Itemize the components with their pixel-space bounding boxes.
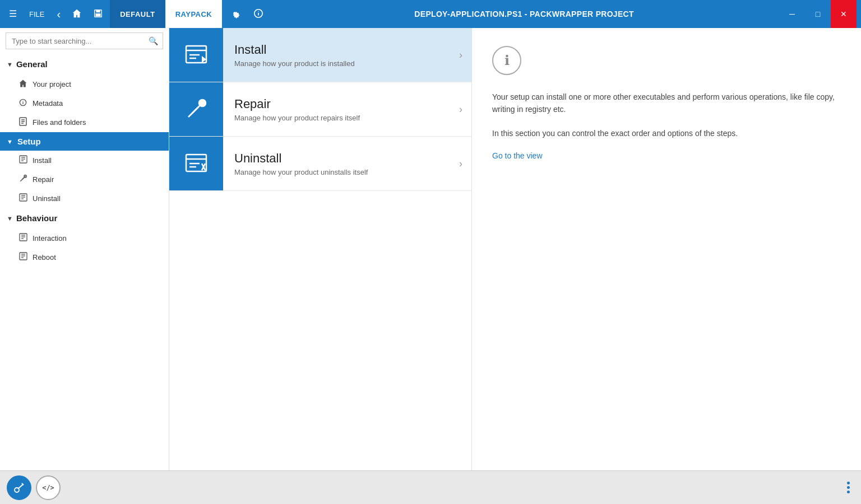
sidebar-section-behaviour-label: Behaviour	[16, 213, 57, 223]
svg-point-48	[15, 488, 19, 492]
sidebar-item-install[interactable]: Install	[0, 151, 169, 170]
uninstall-card-title: Uninstall	[234, 151, 448, 166]
sidebar-item-metadata-label: Metadata	[33, 99, 63, 108]
sidebar-section-setup-label: Setup	[17, 137, 41, 146]
bottom-bar: </>	[0, 470, 861, 504]
svg-point-8	[22, 101, 23, 101]
svg-point-5	[258, 11, 259, 12]
uninstall-card[interactable]: Uninstall Manage how your product uninst…	[169, 137, 471, 191]
dot-1	[847, 482, 850, 484]
sidebar-item-reboot[interactable]: Reboot	[0, 248, 169, 267]
install-icon	[18, 155, 28, 165]
sidebar-section-setup[interactable]: ▼ Setup	[0, 132, 169, 151]
repair-card-icon	[169, 82, 223, 136]
install-card-icon	[169, 28, 223, 82]
minimize-button[interactable]: ─	[779, 0, 805, 28]
sidebar-item-files-and-folders[interactable]: Files and folders	[0, 113, 169, 132]
search-box: 🔍	[6, 32, 163, 49]
uninstall-icon	[18, 193, 28, 203]
svg-line-49	[18, 484, 23, 488]
uninstall-card-desc: Manage how your product uninstalls itsel…	[234, 168, 448, 176]
files-icon	[18, 117, 28, 128]
sidebar-item-install-label: Install	[33, 156, 52, 165]
repair-icon	[18, 174, 28, 184]
uninstall-card-text: Uninstall Manage how your product uninst…	[223, 142, 459, 185]
more-options-dots[interactable]	[847, 482, 854, 493]
install-card-text: Install Manage how your product is insta…	[223, 34, 459, 77]
wrench-button[interactable]	[7, 475, 31, 500]
main-layout: 🔍 ▼ General Your project Metadata Files …	[0, 28, 861, 470]
info-text-2: In this section you can control the exac…	[492, 127, 841, 139]
home-icon	[18, 79, 28, 90]
sidebar-item-your-project-label: Your project	[33, 80, 71, 88]
sidebar-item-uninstall-label: Uninstall	[33, 194, 61, 203]
mode-tabs: DEFAULT RAYPACK	[110, 0, 222, 28]
go-to-view-link[interactable]: Go to the view	[492, 151, 543, 160]
save-button[interactable]	[89, 5, 108, 24]
install-card-arrow: ›	[459, 49, 471, 61]
sidebar: 🔍 ▼ General Your project Metadata Files …	[0, 28, 169, 470]
info-panel: ℹ Your setup can install one or more oth…	[472, 28, 861, 470]
cards-panel: Install Manage how your product is insta…	[169, 28, 472, 470]
title-bar: ☰ FILE ‹ DEFAULT RAYPACK DEPLOY-APPLICAT…	[0, 0, 861, 28]
repair-card-text: Repair Manage how your product repairs i…	[223, 88, 459, 131]
info-text-1: Your setup can install one or more other…	[492, 91, 841, 116]
sidebar-section-behaviour[interactable]: ▼ Behaviour	[0, 208, 169, 228]
install-card[interactable]: Install Manage how your product is insta…	[169, 28, 471, 82]
svg-line-41	[192, 107, 198, 114]
info-icon[interactable]	[248, 5, 269, 24]
sidebar-item-metadata[interactable]: Metadata	[0, 94, 169, 113]
sidebar-item-interaction-label: Interaction	[33, 234, 67, 242]
reboot-icon	[18, 252, 28, 262]
content-area: Install Manage how your product is insta…	[169, 28, 861, 470]
setup-chevron-icon: ▼	[7, 138, 13, 145]
repair-card-arrow: ›	[459, 104, 471, 115]
install-card-title: Install	[234, 43, 448, 57]
behaviour-chevron-icon: ▼	[7, 215, 13, 222]
repair-card-title: Repair	[234, 97, 448, 111]
info-circle-icon: ℹ	[492, 46, 521, 75]
home-button[interactable]	[67, 5, 86, 24]
repair-card-desc: Manage how your product repairs itself	[234, 114, 448, 122]
search-input[interactable]	[6, 34, 144, 49]
repair-card[interactable]: Repair Manage how your product repairs i…	[169, 82, 471, 137]
sidebar-item-files-label: Files and folders	[33, 118, 86, 127]
interaction-icon	[18, 233, 28, 243]
svg-rect-2	[96, 13, 101, 16]
sidebar-item-reboot-label: Reboot	[33, 253, 56, 262]
close-button[interactable]: ✕	[831, 0, 857, 28]
tab-raypack[interactable]: RAYPACK	[165, 0, 223, 28]
svg-point-40	[199, 100, 206, 106]
window-title: DEPLOY-APPLICATION.PS1 - PACKWRAPPER PRO…	[271, 10, 777, 18]
sidebar-item-repair[interactable]: Repair	[0, 170, 169, 189]
file-menu[interactable]: FILE	[24, 7, 50, 22]
search-icon[interactable]: 🔍	[144, 33, 163, 49]
window-controls: ─ □ ✕	[779, 0, 857, 28]
sidebar-item-repair-label: Repair	[33, 175, 54, 184]
menu-icon[interactable]: ☰	[4, 6, 21, 22]
sidebar-item-uninstall[interactable]: Uninstall	[0, 189, 169, 208]
metadata-icon	[18, 99, 28, 108]
dot-3	[847, 491, 850, 493]
tab-default[interactable]: DEFAULT	[110, 0, 165, 28]
back-button[interactable]: ‹	[52, 5, 65, 23]
chevron-icon: ▼	[7, 61, 13, 68]
install-card-desc: Manage how your product is installed	[234, 59, 448, 68]
dot-2	[847, 486, 850, 489]
settings-icon[interactable]	[224, 5, 246, 24]
uninstall-card-icon	[169, 137, 223, 190]
sidebar-item-your-project[interactable]: Your project	[0, 74, 169, 94]
svg-line-19	[22, 177, 25, 180]
sidebar-item-interaction[interactable]: Interaction	[0, 228, 169, 248]
code-icon: </>	[42, 484, 54, 492]
sidebar-section-general-label: General	[16, 59, 48, 69]
sidebar-section-general[interactable]: ▼ General	[0, 54, 169, 74]
maximize-button[interactable]: □	[805, 0, 831, 28]
uninstall-card-arrow: ›	[459, 158, 471, 170]
svg-rect-1	[96, 10, 100, 12]
code-button[interactable]: </>	[36, 475, 61, 500]
